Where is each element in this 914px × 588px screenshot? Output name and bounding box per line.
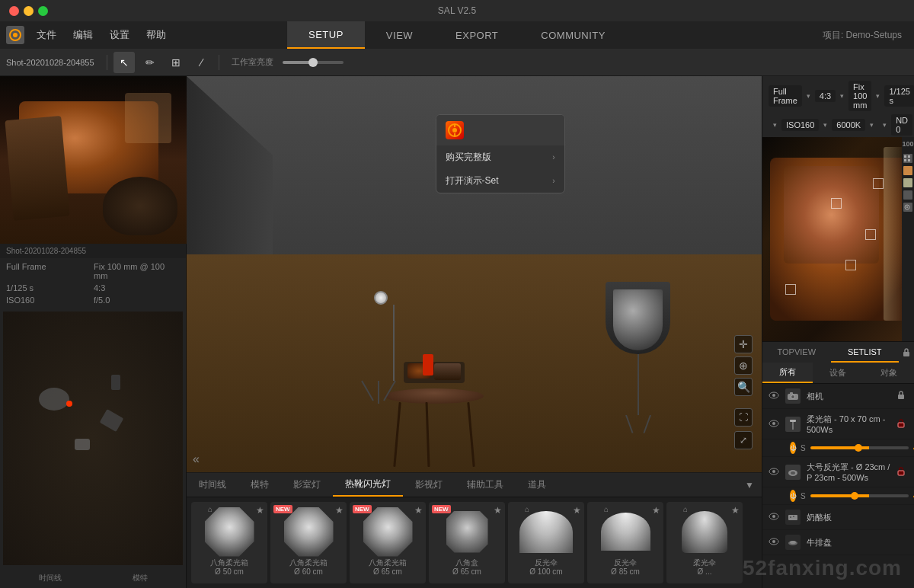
list-item-softbox[interactable]: 柔光箱 - 70 x 70 cm - 500Ws [762,409,914,439]
power-slider-reflector[interactable] [810,494,909,497]
ctab-all[interactable]: 所有 [762,363,813,383]
cam-aspect[interactable]: 4:3 [815,90,836,102]
tab-setup[interactable]: SETUP [287,21,365,49]
equip-box-65[interactable]: NEW ★ ⌂ 八角盒 Ø 65 cm [429,502,505,583]
right-panel: Full Frame ▾ 4:3 ▾ Fix 100 mm ▾ 1/125 s … [762,76,914,588]
full-corners-btn[interactable]: ⛶ [734,408,753,427]
btab-flash[interactable]: 热靴闪光灯 [333,473,403,497]
list-item-camera[interactable]: 相机 [762,384,914,409]
menu-file[interactable]: 文件 [29,21,64,49]
lock-icon[interactable] [901,347,912,358]
buy-full-version[interactable]: 购买完整版 › [436,145,564,169]
svg-point-27 [772,470,775,473]
sel-box-2 [873,178,884,189]
popup-logo [446,121,464,139]
cam-shutter[interactable]: 1/125 s [884,85,914,107]
lock-icon-softbox[interactable] [897,419,908,430]
cam-fullframe[interactable]: Full Frame [769,85,802,107]
nav-rotate[interactable]: ⊕ [734,356,753,375]
cheese-icon-list [785,510,801,525]
nav-move[interactable]: ✛ [734,335,753,353]
ri-yellow-icon[interactable] [903,178,912,187]
nav-controls: ✛ ⊕ 🔍 [734,335,753,396]
close-button[interactable] [9,6,19,16]
lock-icon-reflector[interactable] [897,467,908,478]
brightness-slider[interactable] [283,61,344,64]
ri-orange-icon[interactable] [903,166,912,175]
btab-dropdown[interactable]: ▼ [745,480,762,491]
menu-edit[interactable]: 编辑 [66,21,101,49]
ri-square-icon[interactable] [903,190,912,200]
brightness-label: 工作室亮度 [232,56,273,68]
num-100: 100 [902,140,913,148]
equip-name: 反光伞 [535,558,558,567]
vis-icon-plate[interactable] [769,537,779,548]
tab-setlist[interactable]: SETLIST [831,342,900,363]
list-item-cheese[interactable]: 奶酪板 [762,505,914,530]
open-demo-set[interactable]: 打开演示-Set › [436,169,564,193]
ctab-devices[interactable]: 设备 [813,363,863,383]
reflector-power-row: ⏻ S 4.5 [11Ws] ✏ [762,487,914,505]
minimize-button[interactable] [24,6,34,16]
equip-image [516,505,577,558]
tab-export[interactable]: EXPORT [434,21,519,49]
dropdown-icon: ▾ [870,121,874,129]
cam-iso[interactable]: ISO160 [781,119,819,131]
tab-community[interactable]: COMMUNITY [519,21,627,49]
vis-icon-camera[interactable] [769,391,779,401]
svg-rect-34 [788,515,797,520]
back-arrow-1[interactable]: « [193,452,200,466]
grid-tool[interactable]: ⊞ [165,52,187,73]
list-item-reflector[interactable]: 大号反光罩 - Ø 23cm / P 23cm - 500Ws [762,457,914,487]
equip-octabox-65[interactable]: NEW ★ ⌂ 八角柔光箱 Ø 65 cm [350,502,426,583]
svg-point-33 [772,515,775,518]
equip-umbrella-85[interactable]: ★ ⌂ 反光伞 Ø 85 cm [587,502,663,583]
viewport-3d[interactable]: 购买完整版 › 打开演示-Set › ✛ ⊕ 🔍 ⛶ ⤢ « [187,76,762,472]
tab-view[interactable]: VIEW [365,21,434,49]
draw-tool[interactable]: ✏ [139,52,161,73]
power-btn-softbox[interactable]: ⏻ [790,442,796,454]
btab-video-light[interactable]: 影视灯 [403,473,455,497]
maximize-button[interactable] [38,6,48,16]
ri-settings-icon[interactable] [903,203,912,212]
camera-name: 相机 [807,391,891,402]
equip-octabox-50[interactable]: ★ ⌂ 八角柔光箱 Ø 50 cm [191,502,267,583]
list-item-plate[interactable]: 牛排盘 [762,530,914,555]
tab-topview[interactable]: TOPVIEW [762,342,831,363]
cam-lens[interactable]: Fix 100 mm [848,81,871,111]
nav-zoom[interactable]: 🔍 [734,378,753,396]
btab-timeline[interactable]: 时间线 [187,473,238,497]
vis-icon-cheese[interactable] [769,512,779,522]
power-slider-softbox[interactable] [810,446,909,449]
power-btn-reflector[interactable]: ⏻ [790,490,796,502]
window-controls[interactable] [0,6,48,16]
equip-softbox-umbrella[interactable]: ★ ⌂ 柔光伞 Ø ... [666,502,743,583]
lock-icon-camera[interactable] [897,391,908,401]
equip-umbrella-100[interactable]: ★ ⌂ 反光伞 Ø 100 cm [508,502,584,583]
btab-model[interactable]: 模特 [238,473,281,497]
vis-icon-softbox[interactable] [769,419,779,430]
equip-image [278,505,339,558]
divider [107,55,107,70]
menu-settings[interactable]: 设置 [102,21,137,49]
watermark: 52fanxing.com [743,556,902,580]
equip-octabox-60[interactable]: NEW ★ ⌂ 八角柔光箱 Ø 60 cm [270,502,347,583]
ri-grid-icon[interactable] [903,154,912,163]
btab-props[interactable]: 道具 [516,473,558,497]
cam-nd[interactable]: ND 0 [891,114,912,136]
ctab-objects[interactable]: 对象 [864,363,914,383]
dropdown-icon: ▾ [883,121,887,129]
svg-rect-9 [904,159,906,161]
select-tool[interactable]: ↖ [113,52,135,73]
top-view [3,312,183,565]
vis-icon-reflector[interactable] [769,467,779,478]
back-arrows[interactable]: « [193,452,200,466]
expand-btn[interactable]: ⤢ [734,431,753,449]
svg-rect-10 [908,159,910,161]
menu-help[interactable]: 帮助 [139,21,174,49]
btab-studio-light[interactable]: 影室灯 [281,473,333,497]
line-tool[interactable]: ∕ [191,52,213,73]
cam-kelvin[interactable]: 6000K [832,119,865,131]
popup-menu[interactable]: 购买完整版 › 打开演示-Set › [436,114,565,193]
btab-tools[interactable]: 辅助工具 [455,473,516,497]
